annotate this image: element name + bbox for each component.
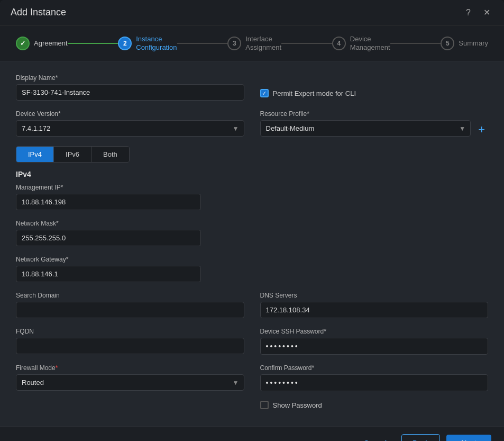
resource-profile-select[interactable]: Default-Medium	[260, 120, 471, 137]
step-line-4-5	[390, 43, 441, 44]
fqdn-input[interactable]	[16, 338, 244, 354]
confirm-password-label: Confirm Password*	[260, 364, 489, 372]
row-network-gateway: Network Gateway*	[16, 256, 201, 282]
step-1-circle: ✓	[16, 37, 30, 50]
row-network-mask: Network Mask*	[16, 220, 201, 246]
firewall-mode-select[interactable]: Routed Transparent	[16, 374, 244, 391]
step-4-circle: 4	[332, 37, 346, 50]
step-line-3-4	[281, 43, 332, 44]
show-password-group: Show Password	[260, 401, 489, 411]
step-5-label: Summary	[459, 39, 488, 48]
step-3-circle: 3	[227, 37, 241, 50]
resource-profile-label: Resource Profile*	[260, 110, 489, 118]
group-display-name: Display Name*	[16, 74, 244, 101]
dns-servers-input[interactable]	[260, 302, 489, 318]
step-4-label: DeviceManagement	[350, 35, 390, 51]
show-password-row: Show Password	[260, 401, 489, 409]
step-line-2-3	[177, 43, 228, 44]
row-search-dns: Search Domain DNS Servers	[16, 292, 488, 318]
search-domain-label: Search Domain	[16, 292, 244, 299]
row-display-name: Display Name* ✓ Permit Expert mode for C…	[16, 74, 488, 101]
row-management-ip: Management IP*	[16, 184, 201, 210]
permit-expert-checkbox[interactable]: ✓	[260, 89, 269, 97]
row-fqdn-ssh: FQDN Device SSH Password*	[16, 328, 488, 355]
back-button[interactable]: Back	[401, 434, 440, 441]
cancel-button[interactable]: Cancel	[355, 435, 395, 441]
row-device-version: Device Version* 7.4.1.172 ▼ Resource Pro…	[16, 110, 488, 137]
management-ip-input[interactable]	[16, 194, 201, 210]
help-button[interactable]: ?	[463, 7, 474, 19]
step-2-label: InstanceConfiguration	[136, 35, 177, 51]
group-ssh-password: Device SSH Password*	[260, 328, 489, 355]
resource-profile-wrapper: Default-Medium ▼	[260, 120, 471, 137]
step-1: ✓ Agreement	[16, 37, 68, 50]
firewall-mode-wrapper: Routed Transparent ▼	[16, 374, 244, 391]
group-network-gateway: Network Gateway*	[16, 256, 201, 282]
management-ip-label: Management IP*	[16, 184, 201, 191]
resource-profile-group: Default-Medium ▼	[260, 120, 471, 137]
group-confirm-password: Confirm Password*	[260, 364, 489, 391]
add-instance-dialog: Add Instance ? ✕ ✓ Agreement 2 InstanceC…	[0, 0, 504, 441]
device-version-select[interactable]: 7.4.1.172	[16, 120, 244, 137]
show-password-checkbox[interactable]	[260, 401, 269, 409]
dns-servers-label: DNS Servers	[260, 292, 489, 299]
check-icon: ✓	[262, 90, 267, 97]
dialog-title: Add Instance	[11, 7, 66, 18]
display-name-input[interactable]	[16, 84, 244, 101]
network-gateway-input[interactable]	[16, 266, 201, 282]
step-2-circle: 2	[118, 37, 132, 50]
confirm-password-input[interactable]	[260, 374, 489, 391]
permit-expert-row: ✓ Permit Expert mode for CLI	[260, 89, 489, 97]
display-name-label: Display Name*	[16, 74, 244, 82]
permit-expert-label: Permit Expert mode for CLI	[273, 89, 356, 97]
group-network-mask: Network Mask*	[16, 220, 201, 246]
ipv4-section-label: IPv4	[16, 170, 488, 178]
ssh-password-label: Device SSH Password*	[260, 328, 489, 335]
step-5-circle: 5	[441, 37, 454, 50]
tab-both[interactable]: Both	[91, 147, 129, 162]
group-fqdn: FQDN	[16, 328, 244, 355]
device-version-wrapper: 7.4.1.172 ▼	[16, 120, 244, 137]
fqdn-label: FQDN	[16, 328, 244, 335]
step-4: 4 DeviceManagement	[332, 35, 390, 51]
network-gateway-label: Network Gateway*	[16, 256, 201, 263]
row-firewall-confirm: Firewall Mode* Routed Transparent ▼ Conf…	[16, 364, 488, 391]
row-show-password: Show Password	[16, 401, 488, 411]
step-3: 3 InterfaceAssignment	[227, 35, 281, 51]
step-5: 5 Summary	[441, 37, 488, 50]
group-dns-servers: DNS Servers	[260, 292, 489, 318]
step-2: 2 InstanceConfiguration	[118, 35, 177, 51]
group-firewall-mode: Firewall Mode* Routed Transparent ▼	[16, 364, 244, 391]
step-1-label: Agreement	[34, 39, 68, 48]
group-search-domain: Search Domain	[16, 292, 244, 318]
header-icons: ? ✕	[463, 6, 493, 19]
spacer-left	[16, 401, 244, 411]
firewall-mode-label: Firewall Mode*	[16, 364, 244, 372]
step-3-label: InterfaceAssignment	[245, 35, 281, 51]
show-password-label: Show Password	[273, 401, 322, 409]
stepper: ✓ Agreement 2 InstanceConfiguration 3 In…	[0, 25, 504, 61]
device-version-label: Device Version*	[16, 110, 244, 118]
ip-mode-tabs: IPv4 IPv6 Both	[16, 146, 130, 163]
add-resource-button[interactable]: +	[475, 124, 488, 136]
network-mask-label: Network Mask*	[16, 220, 201, 227]
group-device-version: Device Version* 7.4.1.172 ▼	[16, 110, 244, 137]
network-mask-input[interactable]	[16, 230, 201, 246]
tab-ipv4[interactable]: IPv4	[16, 147, 54, 162]
step-line-1-2	[68, 43, 118, 44]
search-domain-input[interactable]	[16, 302, 244, 318]
next-button[interactable]: Next	[446, 435, 491, 441]
dialog-header: Add Instance ? ✕	[0, 0, 504, 25]
tab-ipv6[interactable]: IPv6	[54, 147, 91, 162]
resource-profile-row: Default-Medium ▼ +	[260, 120, 489, 137]
close-button[interactable]: ✕	[480, 6, 493, 19]
group-management-ip: Management IP*	[16, 184, 201, 210]
dialog-footer: Cancel Back Next	[0, 426, 504, 441]
group-permit-expert: ✓ Permit Expert mode for CLI	[260, 74, 489, 101]
group-resource-profile: Resource Profile* Default-Medium ▼ +	[260, 110, 489, 137]
ssh-password-input[interactable]	[260, 338, 489, 355]
dialog-content: Display Name* ✓ Permit Expert mode for C…	[0, 61, 504, 426]
